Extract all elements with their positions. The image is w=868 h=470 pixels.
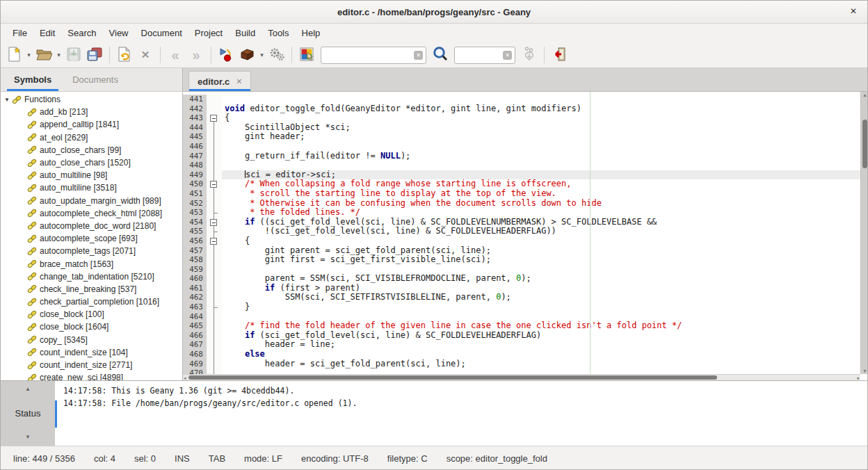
code-line[interactable]: 450 /* When collapsing a fold range whos… xyxy=(183,179,860,189)
fold-toggle-icon[interactable] xyxy=(210,115,217,122)
symbol-item[interactable]: autocomplete_check_html [2088] xyxy=(1,207,182,220)
code-line[interactable]: 447 g_return_if_fail(editor != NULL); xyxy=(183,152,860,161)
sidebar-tab-documents[interactable]: Documents xyxy=(62,68,129,91)
code-text[interactable]: void editor_toggle_fold(GeanyEditor *edi… xyxy=(222,104,860,114)
code-text[interactable] xyxy=(222,95,860,104)
open-button[interactable] xyxy=(33,45,54,65)
symbol-item[interactable]: at_eol [2629] xyxy=(1,131,182,144)
code-line[interactable]: 460 parent = SSM(sci, SCI_VISIBLEFROMDOC… xyxy=(183,274,860,284)
code-line[interactable]: 453 * the folded lines. */ xyxy=(183,208,860,218)
code-line[interactable]: 446 xyxy=(183,142,860,152)
code-text[interactable]: * scroll the starting line to display at… xyxy=(222,189,860,199)
code-text[interactable]: SSM(sci, SCI_SETFIRSTVISIBLELINE, parent… xyxy=(222,293,860,302)
code-text[interactable] xyxy=(222,161,860,170)
code-text[interactable] xyxy=(222,265,860,275)
code-text[interactable]: sci = editor->sci; xyxy=(222,170,860,180)
menu-project[interactable]: Project xyxy=(188,25,229,41)
code-text[interactable]: if (first > parent) xyxy=(222,284,860,293)
code-line[interactable]: 441 xyxy=(183,95,860,104)
code-text[interactable]: ScintillaObject *sci; xyxy=(222,123,860,133)
symbol-item[interactable]: copy_ [5345] xyxy=(1,334,182,346)
symbol-item[interactable]: close_block [1604] xyxy=(1,321,182,333)
code-line[interactable]: 470 xyxy=(183,368,860,374)
symbol-item[interactable]: change_tab_indentation [5210] xyxy=(1,270,182,283)
fold-toggle-icon[interactable] xyxy=(210,219,217,226)
code-text[interactable] xyxy=(222,142,860,152)
code-area[interactable]: 441442void editor_toggle_fold(GeanyEdito… xyxy=(183,92,860,374)
code-text[interactable]: gint header; xyxy=(222,132,860,142)
menu-view[interactable]: View xyxy=(103,25,135,41)
code-line[interactable]: 452 * Otherwise it can be confusing when… xyxy=(183,199,860,209)
code-line[interactable]: 469 header = sci_get_fold_parent(sci, li… xyxy=(183,359,860,369)
code-line[interactable]: 443{ xyxy=(183,113,860,123)
fold-margin[interactable] xyxy=(207,113,222,123)
code-line[interactable]: 462 SSM(sci, SCI_SETFIRSTVISIBLELINE, pa… xyxy=(183,293,860,302)
horizontal-scrollbar[interactable]: ◂ ▸ xyxy=(183,374,860,380)
menu-document[interactable]: Document xyxy=(135,25,188,41)
code-text[interactable]: header = sci_get_fold_parent(sci, line); xyxy=(222,359,860,369)
code-line[interactable]: 442void editor_toggle_fold(GeanyEditor *… xyxy=(183,104,860,114)
build-dropdown-icon[interactable]: ▾ xyxy=(257,45,266,65)
code-line[interactable]: 458 gint first = sci_get_first_visible_l… xyxy=(183,255,860,265)
code-text[interactable]: if ((sci_get_fold_level(sci, line) & SC_… xyxy=(222,218,860,227)
code-line[interactable]: 466 if (sci_get_fold_level(sci, line) & … xyxy=(183,331,860,341)
code-line[interactable]: 455 !(sci_get_fold_level(sci, line) & SC… xyxy=(183,227,860,236)
execute-button[interactable] xyxy=(266,45,287,65)
vertical-scroll-thumb[interactable] xyxy=(862,120,867,168)
scroll-right-icon[interactable]: ▸ xyxy=(857,375,860,380)
code-line[interactable]: 463 } xyxy=(183,302,860,312)
code-line[interactable]: 461 if (first > parent) xyxy=(183,284,860,293)
symbol-item[interactable]: create_new_sci [4898] xyxy=(1,371,182,380)
menu-help[interactable]: Help xyxy=(296,25,327,41)
symbol-item[interactable]: count_indent_size [104] xyxy=(1,346,182,359)
code-text[interactable]: if (sci_get_fold_level(sci, line) & SC_F… xyxy=(222,331,860,341)
code-line[interactable]: 456 { xyxy=(183,236,860,246)
scroll-down-icon[interactable]: ▼ xyxy=(861,368,868,374)
tab-status[interactable]: Status xyxy=(15,408,41,419)
expander-icon[interactable]: ▼ xyxy=(4,97,12,103)
code-text[interactable] xyxy=(222,312,860,322)
code-text[interactable]: /* When collapsing a fold range whose st… xyxy=(222,179,860,189)
code-text[interactable] xyxy=(222,368,860,374)
code-line[interactable]: 451 * scroll the starting line to displa… xyxy=(183,189,860,199)
code-line[interactable]: 444 ScintillaObject *sci; xyxy=(183,123,860,133)
fold-margin[interactable] xyxy=(207,218,222,227)
save-all-button[interactable] xyxy=(84,45,105,65)
symbol-item[interactable]: auto_multiline [98] xyxy=(1,169,182,181)
symbol-item[interactable]: auto_close_chars [1520] xyxy=(1,156,182,169)
fold-toggle-icon[interactable] xyxy=(210,181,217,188)
code-line[interactable]: 468 else xyxy=(183,350,860,359)
navigate-forward-button[interactable]: » xyxy=(186,45,207,65)
code-line[interactable]: 464 xyxy=(183,312,860,322)
panel-tabs-down-icon[interactable]: ▼ xyxy=(25,434,31,440)
fold-toggle-icon[interactable] xyxy=(210,238,217,245)
new-file-button[interactable] xyxy=(3,45,24,65)
code-line[interactable]: 445 gint header; xyxy=(183,132,860,142)
save-button[interactable] xyxy=(63,45,84,65)
symbol-item[interactable]: autocomplete_tags [2071] xyxy=(1,245,182,257)
code-line[interactable]: 449 sci = editor->sci; xyxy=(183,170,860,180)
vertical-scrollbar[interactable]: ▲ ▼ xyxy=(860,92,868,374)
menu-search[interactable]: Search xyxy=(61,25,102,41)
menu-build[interactable]: Build xyxy=(229,25,262,41)
color-chooser-button[interactable] xyxy=(296,45,317,65)
window-close-icon[interactable]: ✕ xyxy=(850,7,857,15)
symbol-item[interactable]: count_indent_size [2771] xyxy=(1,359,182,371)
quit-button[interactable] xyxy=(549,45,570,65)
horizontal-scroll-thumb[interactable] xyxy=(188,375,717,380)
menu-file[interactable]: File xyxy=(6,25,33,41)
symbol-item[interactable]: brace_match [1563] xyxy=(1,257,182,270)
symbol-item[interactable]: auto_close_chars [99] xyxy=(1,144,182,156)
symbol-item[interactable]: add_kb [213] xyxy=(1,106,182,118)
navigate-back-button[interactable]: « xyxy=(165,45,186,65)
sidebar-tab-symbols[interactable]: Symbols xyxy=(3,68,62,91)
code-line[interactable]: 459 xyxy=(183,265,860,275)
symbol-item[interactable]: close_block [100] xyxy=(1,308,182,321)
search-clear-icon[interactable]: ✕ xyxy=(414,51,423,60)
revert-button[interactable] xyxy=(114,45,135,65)
jump-to-button[interactable] xyxy=(519,45,540,65)
tab-close-icon[interactable]: ✕ xyxy=(236,77,242,86)
find-button[interactable] xyxy=(430,45,451,65)
code-line[interactable]: 465 /* find the fold header of the given… xyxy=(183,321,860,331)
code-text[interactable]: /* find the fold header of the given lin… xyxy=(222,321,860,331)
